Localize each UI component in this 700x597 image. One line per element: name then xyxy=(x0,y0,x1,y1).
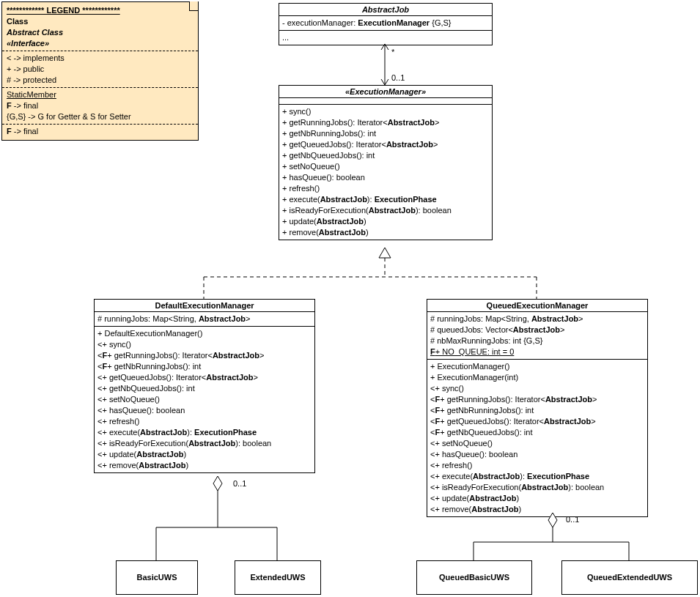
execmgr-m11: + update(AbstractJob) xyxy=(282,216,489,227)
qmgr-m7: <F+ getNbQueuedJobs(): int xyxy=(430,427,644,438)
qmgr-m8: <+ setNoQueue() xyxy=(430,438,644,449)
legend-static: StaticMember xyxy=(7,89,194,100)
interface-executionmanager: «ExecutionManager» + sync() + getRunning… xyxy=(279,85,493,240)
execmgr-m2: + getRunningJobs(): Iterator<AbstractJob… xyxy=(282,117,489,128)
execmgr-m5: + getNbQueuedJobs(): int xyxy=(282,150,489,161)
defmgr-m7: <+ setNoQueue() xyxy=(97,394,312,405)
defmgr-m3: <F+ getRunningJobs(): Iterator<AbstractJ… xyxy=(97,350,312,361)
class-extendeduws: ExtendedUWS xyxy=(235,560,321,595)
execmgr-m8: + refresh() xyxy=(282,183,489,194)
defmgr-m2: <+ sync() xyxy=(97,339,312,350)
defmgr-a1: # runningJobs: Map<String, AbstractJob> xyxy=(97,314,312,325)
execmgr-title: «ExecutionManager» xyxy=(279,86,492,98)
extendeduws-title: ExtendedUWS xyxy=(235,561,320,594)
mult-star: * xyxy=(391,48,394,56)
legend-abstract: Abstract Class xyxy=(7,27,194,38)
abstractjob-more: ... xyxy=(282,32,489,43)
defmgr-m10: <+ execute(AbstractJob): ExecutionPhase xyxy=(97,427,312,438)
class-abstractjob: AbstractJob - executionManager: Executio… xyxy=(279,3,493,45)
qmgr-m14: <+ remove(AbstractJob) xyxy=(430,504,644,515)
legend-note: ************ LEGEND ************ Class A… xyxy=(1,1,199,141)
mult-one: 0..1 xyxy=(391,73,405,82)
qmgr-m11: <+ execute(AbstractJob): ExecutionPhase xyxy=(430,471,644,482)
legend-protected: # -> protected xyxy=(7,75,194,86)
execmgr-m7: + hasQueue(): boolean xyxy=(282,172,489,183)
qmgr-m2: + ExecutionManager(int) xyxy=(430,372,644,383)
legend-final2: F -> final xyxy=(7,126,194,137)
queuedextendeduws-title: QueuedExtendedUWS xyxy=(562,561,697,594)
qmgr-m6: <F+ getQueuedJobs(): Iterator<AbstractJo… xyxy=(430,416,644,427)
qmgr-a2: # queuedJobs: Vector<AbstractJob> xyxy=(430,325,644,335)
qmgr-a3: # nbMaxRunningJobs: int {G,S} xyxy=(430,335,644,346)
execmgr-m9: + execute(AbstractJob): ExecutionPhase xyxy=(282,194,489,205)
legend-implements: < -> implements xyxy=(7,53,194,64)
defmgr-m8: <+ hasQueue(): boolean xyxy=(97,405,312,416)
qmgr-m10: <+ refresh() xyxy=(430,460,644,471)
qmgr-m4: <F+ getRunningJobs(): Iterator<AbstractJ… xyxy=(430,394,644,405)
qmgr-a1: # runningJobs: Map<String, AbstractJob> xyxy=(430,314,644,325)
execmgr-m3: + getNbRunningJobs(): int xyxy=(282,128,489,139)
class-queuedbasicuws: QueuedBasicUWS xyxy=(416,560,532,595)
qmgr-m9: <+ hasQueue(): boolean xyxy=(430,449,644,460)
legend-final1: F -> final xyxy=(7,100,194,111)
abstractjob-attr1: - executionManager: ExecutionManager {G,… xyxy=(282,18,489,29)
defmgr-m5: <+ getQueuedJobs(): Iterator<AbstractJob… xyxy=(97,372,312,383)
defmgr-m12: <+ update(AbstractJob) xyxy=(97,449,312,460)
basicuws-title: BasicUWS xyxy=(117,561,197,594)
qmgr-m5: <F+ getNbRunningJobs(): int xyxy=(430,405,644,416)
qmgr-m12: <+ isReadyForExecution(AbstractJob): boo… xyxy=(430,482,644,493)
mult-one3: 0..1 xyxy=(566,515,579,524)
execmgr-m12: + remove(AbstractJob) xyxy=(282,227,489,238)
execmgr-m4: + getQueuedJobs(): Iterator<AbstractJob> xyxy=(282,139,489,150)
qmgr-m1: + ExecutionManager() xyxy=(430,361,644,372)
execmgr-m1: + sync() xyxy=(282,106,489,117)
legend-gs: {G,S} -> G for Getter & S for Setter xyxy=(7,111,194,122)
legend-interface: «Interface» xyxy=(7,38,194,49)
execmgr-m6: + setNoQueue() xyxy=(282,161,489,172)
qmgr-m13: <+ update(AbstractJob) xyxy=(430,493,644,504)
defmgr-title: DefaultExecutionManager xyxy=(95,300,314,312)
defmgr-m9: <+ refresh() xyxy=(97,416,312,427)
legend-public: + -> public xyxy=(7,64,194,75)
defmgr-m13: <+ remove(AbstractJob) xyxy=(97,460,312,471)
qmgr-a4: F+ NO_QUEUE: int = 0 xyxy=(430,346,644,357)
class-queuedextendeduws: QueuedExtendedUWS xyxy=(561,560,698,595)
qmgr-m3: <+ sync() xyxy=(430,383,644,394)
defmgr-m6: <+ getNbQueuedJobs(): int xyxy=(97,383,312,394)
svg-marker-6 xyxy=(213,476,222,491)
svg-marker-1 xyxy=(379,248,391,258)
class-defaultexecutionmanager: DefaultExecutionManager # runningJobs: M… xyxy=(94,299,315,473)
defmgr-m1: + DefaultExecutionManager() xyxy=(97,328,312,339)
mult-one2: 0..1 xyxy=(233,479,246,488)
class-queuedexecutionmanager: QueuedExecutionManager # runningJobs: Ma… xyxy=(427,299,648,517)
qmgr-title: QueuedExecutionManager xyxy=(427,300,647,312)
execmgr-m10: + isReadyForExecution(AbstractJob): bool… xyxy=(282,205,489,216)
legend-title: ************ LEGEND ************ xyxy=(7,5,194,16)
legend-class: Class xyxy=(7,16,194,27)
abstractjob-title: AbstractJob xyxy=(279,4,492,16)
class-basicuws: BasicUWS xyxy=(116,560,198,595)
defmgr-m4: <F+ getNbRunningJobs(): int xyxy=(97,361,312,372)
defmgr-m11: <+ isReadyForExecution(AbstractJob): boo… xyxy=(97,438,312,449)
queuedbasicuws-title: QueuedBasicUWS xyxy=(417,561,531,594)
